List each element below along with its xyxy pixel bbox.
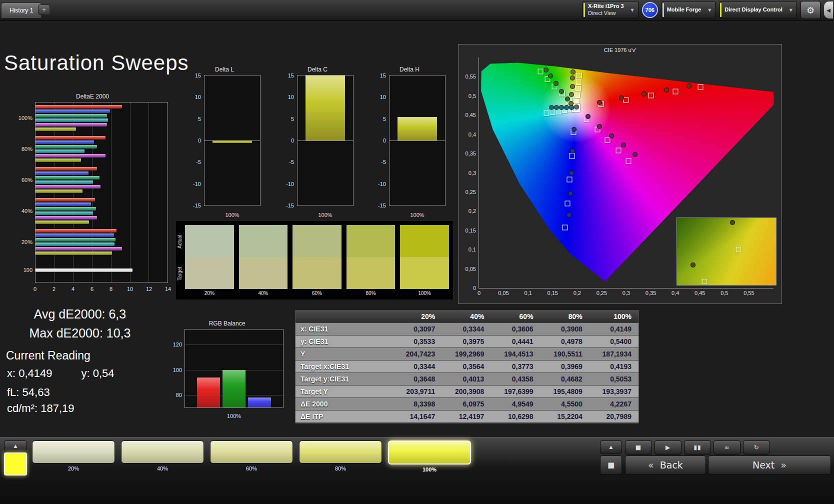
table-cell: 204,7423 bbox=[393, 348, 442, 360]
cie-measured-point bbox=[586, 114, 590, 119]
cie-measured-point bbox=[597, 124, 602, 129]
bar-groups: 100%80%60%40%20%100 bbox=[36, 102, 168, 282]
meter-selector[interactable]: X-Rite i1Pro 3 Direct View ▼ bbox=[582, 1, 638, 19]
table-cell: 0,3975 bbox=[442, 336, 491, 348]
pause-icon[interactable]: ▮▮ bbox=[684, 440, 711, 454]
axis-tick-label: 80% bbox=[14, 146, 32, 152]
saturation-swatch-button[interactable]: 100% bbox=[388, 440, 471, 472]
cie-measured-point bbox=[572, 127, 576, 132]
current-patch-swatch[interactable] bbox=[4, 452, 27, 476]
chevron-down-icon[interactable]: ▼ bbox=[629, 7, 636, 14]
history-tab[interactable]: History 1 bbox=[1, 2, 42, 18]
controls-up-button[interactable]: ▲ bbox=[600, 440, 622, 454]
table-cell: 4,5500 bbox=[540, 398, 590, 410]
measurement-table: 20%40%60%80%100%x: CIE310,30970,33440,36… bbox=[295, 310, 639, 424]
next-button[interactable]: Next » bbox=[708, 456, 831, 474]
axis-tick-label: 10 bbox=[380, 94, 386, 100]
saturation-swatch-button[interactable]: 60% bbox=[210, 440, 293, 472]
back-button[interactable]: « Back bbox=[625, 456, 706, 474]
delta-l-plot: 151050-5-10-15 bbox=[204, 75, 260, 206]
axis-tick-label: 10 bbox=[127, 286, 133, 292]
axis-tick-label: 0,55 bbox=[466, 74, 476, 80]
axis-tick-label: 100% bbox=[14, 115, 32, 121]
cie-target-point bbox=[550, 110, 556, 115]
cie-chart-panel: CIE 1976 u'v' 00,050,10,150,20,250,30,35… bbox=[458, 44, 782, 304]
axis-tick-label: -15 bbox=[193, 202, 201, 208]
swatch-chip bbox=[121, 440, 204, 464]
axis-tick-label: 12 bbox=[146, 286, 152, 292]
table-cell: 0,3344 bbox=[442, 323, 491, 335]
cie-target-point bbox=[576, 80, 582, 85]
transport-controls: ■ ▶ ▮▮ ∞ ↻ bbox=[625, 440, 770, 454]
collapse-panel-icon[interactable]: ◀ bbox=[824, 2, 833, 18]
page-title: Saturation Sweeps bbox=[4, 51, 189, 75]
swatch-up-button[interactable]: ▲ bbox=[4, 440, 27, 452]
cie-target-point bbox=[648, 93, 654, 98]
current-reading-heading: Current Reading bbox=[6, 349, 90, 362]
saturation-swatch-button[interactable]: 80% bbox=[299, 440, 382, 472]
continuous-read-icon[interactable]: ∞ bbox=[714, 440, 740, 454]
cie-measured-point bbox=[568, 101, 574, 106]
bar bbox=[36, 136, 106, 140]
swatch-label: 80% bbox=[299, 464, 382, 472]
chevron-down-icon[interactable]: ▼ bbox=[706, 7, 713, 14]
bar bbox=[36, 145, 97, 148]
axis-tick-label: 0,25 bbox=[596, 290, 607, 296]
display-control-selector[interactable]: Direct Display Control ▼ bbox=[719, 1, 797, 19]
axis-tick-label: 120 bbox=[173, 342, 182, 348]
axis-tick-label: 0,1 bbox=[468, 246, 476, 252]
axis-tick-label: 2 bbox=[52, 286, 56, 292]
new-tab-button[interactable]: + bbox=[38, 4, 50, 15]
swatch-label: 80% bbox=[346, 289, 396, 298]
delta-c-chart: Delta C 151050-5-10-15 100% bbox=[280, 66, 355, 220]
gear-icon[interactable]: ⚙ bbox=[800, 1, 820, 19]
axis-tick-label: 15 bbox=[288, 72, 294, 78]
table-column-header: 100% bbox=[590, 310, 638, 322]
bar bbox=[36, 252, 112, 255]
bar bbox=[36, 118, 108, 122]
table-row-label: Target x:CIE31 bbox=[296, 360, 393, 372]
table-cell: 0,3773 bbox=[491, 360, 540, 372]
axis-tick-label: 10 bbox=[195, 94, 201, 100]
axis-tick-label: 0,25 bbox=[466, 189, 476, 195]
bar bbox=[36, 229, 116, 232]
cie-measured-point bbox=[621, 142, 626, 148]
swatch-column: 60% bbox=[292, 225, 342, 300]
axis-tick-label: 5 bbox=[383, 116, 386, 122]
swatch-column: 20% bbox=[185, 225, 234, 300]
table-row: x: CIE310,30970,33440,36060,39080,4149 bbox=[296, 323, 638, 336]
saturation-swatch-button[interactable]: 20% bbox=[32, 440, 115, 472]
swatch-column: 80% bbox=[346, 225, 396, 300]
swatch-label: 40% bbox=[239, 289, 288, 298]
bar-group: 40% bbox=[36, 196, 168, 226]
axis-tick-label: 8 bbox=[110, 286, 112, 292]
stop-icon[interactable]: ■ bbox=[625, 440, 652, 454]
axis-tick-label: 0,3 bbox=[468, 170, 476, 176]
saturation-swatch-list: 20%40%60%80%100% bbox=[32, 440, 471, 472]
table-cell: 4,2267 bbox=[590, 398, 638, 410]
bottom-bar: ▲ 20%40%60%80%100% ▲ ■ ▶ ▮▮ ∞ ↻ ■ « Back… bbox=[0, 437, 834, 504]
table-cell: 203,9711 bbox=[393, 386, 442, 398]
bar bbox=[36, 198, 95, 202]
cie-zoom-inset bbox=[676, 218, 776, 286]
source-selector[interactable]: Mobile Forge ▼ bbox=[662, 1, 716, 19]
swatch-label: 60% bbox=[292, 289, 342, 298]
pattern-window-button[interactable]: ■ bbox=[600, 456, 622, 474]
table-cell: 15,2204 bbox=[540, 410, 590, 422]
table-column-header: 60% bbox=[491, 310, 540, 322]
table-column-header: 40% bbox=[442, 310, 491, 322]
table-cell: 0,4149 bbox=[590, 323, 638, 335]
chevron-down-icon[interactable]: ▼ bbox=[788, 7, 794, 14]
axis-tick-label: 0 bbox=[478, 290, 480, 296]
bar bbox=[36, 180, 93, 184]
saturation-swatch-button[interactable]: 40% bbox=[121, 440, 204, 472]
blue-bar bbox=[248, 398, 271, 408]
current-cdm2-reading: cd/m²: 187,19 bbox=[7, 402, 74, 415]
play-icon[interactable]: ▶ bbox=[654, 440, 682, 454]
cie-target-point bbox=[569, 153, 574, 158]
swatch-column: 100% bbox=[400, 225, 449, 300]
cie-target-point bbox=[698, 84, 703, 90]
cie-target-point bbox=[574, 92, 580, 98]
table-cell: 0,4682 bbox=[540, 373, 590, 385]
repeat-icon[interactable]: ↻ bbox=[743, 440, 770, 454]
